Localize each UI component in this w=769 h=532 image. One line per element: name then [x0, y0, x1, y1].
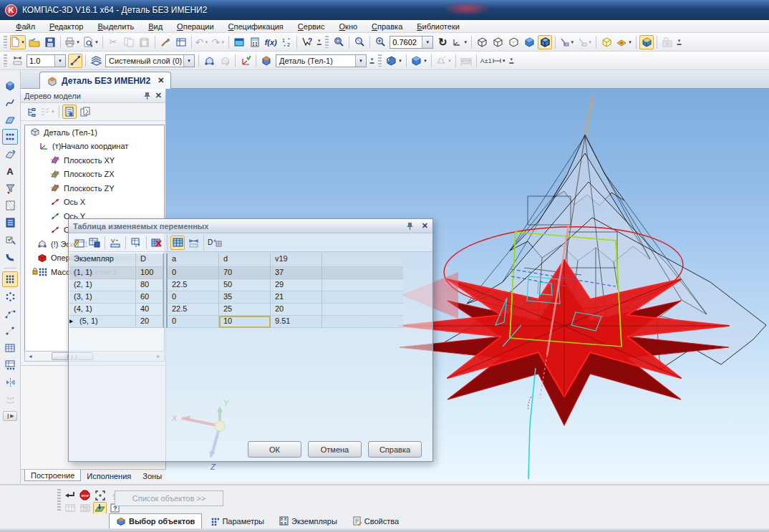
specification-button[interactable]	[174, 35, 188, 49]
show-placement-plane-button[interactable]	[93, 502, 107, 514]
tab-object-selection[interactable]: Выбор объектов	[109, 513, 202, 528]
open-document-button[interactable]	[27, 35, 42, 49]
toolbar-grip[interactable]	[378, 54, 382, 67]
tree-structure-button[interactable]	[24, 105, 39, 119]
table-save-to-file-button[interactable]	[87, 236, 102, 250]
selected-cell[interactable]: 10	[219, 316, 271, 328]
show-table-toggle[interactable]	[170, 236, 185, 250]
tree-item-axis-x[interactable]: Ось X	[25, 195, 164, 210]
snap-toggle-button[interactable]	[68, 54, 82, 68]
current-part-dropdown[interactable]: ▼	[355, 55, 366, 67]
sketch-edit-button[interactable]	[218, 54, 232, 68]
tree-item-part[interactable]: Деталь (Тел-1)	[25, 125, 164, 140]
menu-help[interactable]: Справка	[364, 21, 410, 32]
hidden-lines-thin-mode-button[interactable]	[506, 35, 521, 49]
copy-button[interactable]	[122, 35, 136, 49]
create-object-button[interactable]	[63, 489, 77, 501]
variables-list-button[interactable]: V	[108, 236, 122, 250]
orientation-button[interactable]: ▼	[451, 35, 468, 49]
filter-panel-button[interactable]	[2, 180, 18, 196]
frame-select-button[interactable]	[93, 489, 107, 501]
interrupt-command-button[interactable]: STOP	[78, 489, 92, 501]
dimension-display-button[interactable]	[459, 54, 473, 68]
machine-vision-button[interactable]	[660, 35, 674, 49]
document-tab[interactable]: Деталь БЕЗ ИМЕНИ2 ✕	[39, 72, 171, 89]
new-document-button[interactable]: ▼	[10, 35, 26, 49]
tab-parameters[interactable]: Параметры	[204, 513, 271, 528]
tab-versions[interactable]: Исполнения	[81, 470, 137, 481]
tree-item-plane-xy[interactable]: Плоскость XY	[25, 153, 164, 168]
shaded-edges-mode-button[interactable]	[538, 35, 552, 49]
menu-editor[interactable]: Редактор	[42, 21, 90, 32]
print-preview-button[interactable]: ▼	[82, 35, 100, 49]
dialog-title-bar[interactable]: Таблица изменяемых переменных ✕	[69, 219, 432, 233]
measure-panel-button[interactable]: A	[2, 163, 18, 179]
help-button[interactable]: Справка	[368, 441, 422, 458]
print-dropdown[interactable]: ▼	[76, 40, 80, 44]
zoom-scale-combo[interactable]: ▼	[390, 36, 433, 49]
tree-item-plane-zx[interactable]: Плоскость ZX	[25, 168, 164, 182]
tree-additional-window-button[interactable]	[78, 105, 92, 119]
sketch-button[interactable]	[202, 54, 216, 68]
menu-view[interactable]: Вид	[141, 21, 170, 32]
array-along-curve-button[interactable]	[2, 306, 18, 321]
undo-button[interactable]: ↶▼	[195, 35, 210, 49]
property-bar-grip[interactable]	[57, 489, 61, 511]
wireframe-mode-button[interactable]	[475, 35, 489, 49]
section-display-button[interactable]: ▼	[384, 54, 403, 68]
toolbar-grip[interactable]	[4, 36, 7, 48]
toolbar-overflow-button[interactable]: ▼▬	[369, 54, 375, 67]
toolbar-grip[interactable]	[4, 54, 7, 67]
zoom-scale-dropdown[interactable]: ▼	[422, 37, 432, 48]
menu-select[interactable]: Выделить	[90, 21, 141, 32]
mirror-body-button[interactable]	[2, 374, 18, 390]
tab-instances[interactable]: 8888 Экземпляры	[273, 513, 344, 528]
column-header-v19[interactable]: v19	[271, 253, 322, 267]
solid-display-dropdown[interactable]: ▼	[423, 59, 427, 63]
column-header-a[interactable]: a	[168, 253, 219, 267]
units-setup-button[interactable]: 12	[279, 35, 294, 49]
sheet-metal-panel-button[interactable]	[2, 249, 18, 265]
auxiliary-geometry-panel-button[interactable]	[2, 146, 18, 162]
simplification-button[interactable]: ▼	[558, 35, 575, 49]
print-button[interactable]: ▼	[64, 35, 81, 49]
column-header-instance[interactable]: Экземпляр	[69, 253, 136, 267]
parameters-table2-button[interactable]	[78, 502, 92, 514]
cancel-button[interactable]: Отмена	[308, 441, 362, 458]
zoom-in-button[interactable]	[373, 35, 387, 49]
zoom-select-button[interactable]	[352, 35, 367, 49]
scroll-left-arrow-icon[interactable]: ◄	[25, 352, 36, 361]
tree-composition-dropdown[interactable]: ▼	[51, 110, 55, 114]
array-panel-button[interactable]	[2, 129, 18, 145]
table-row-current[interactable]: ▶(5, 1) 20 0 10 9.51	[69, 316, 403, 328]
zoom-frame-button[interactable]	[332, 35, 346, 49]
parameters-table-button[interactable]	[63, 502, 77, 514]
menu-specification[interactable]: Спецификация	[221, 21, 291, 32]
solid-display-button[interactable]: ▼	[410, 54, 428, 68]
toolbar-overflow-button[interactable]: ▼▬	[508, 54, 515, 67]
placement-dropdown[interactable]: ▼	[448, 59, 452, 63]
copy-properties-button[interactable]	[158, 35, 173, 49]
section-view-dropdown[interactable]: ▼	[628, 40, 632, 44]
table-row[interactable]: (3, 1) 60 0 35 21	[69, 291, 403, 304]
cursor-step-dropdown[interactable]: ▼	[54, 55, 65, 67]
table-row[interactable]: (2, 1) 80 22.5 50 29	[69, 279, 403, 291]
cursor-step-input[interactable]	[27, 55, 54, 66]
menu-window[interactable]: Окно	[332, 21, 365, 32]
redo-button[interactable]: ↷▼	[211, 35, 226, 49]
object-list-button[interactable]: Список объектов >>	[115, 490, 223, 506]
array-by-grid-button[interactable]	[2, 271, 18, 287]
solids-panel-button[interactable]	[2, 77, 18, 93]
menu-libraries[interactable]: Библиотеки	[410, 21, 467, 32]
tree-composition-button[interactable]: ▼	[40, 105, 56, 119]
layer-dropdown[interactable]: ▼	[183, 55, 194, 67]
autodimension-dropdown[interactable]: ▼	[502, 59, 506, 63]
menu-operations[interactable]: Операции	[170, 21, 221, 32]
paste-button[interactable]	[137, 35, 152, 49]
cursor-step-combo[interactable]: ▼	[26, 54, 66, 67]
shaded-mode-button[interactable]	[522, 35, 536, 49]
3d-mouse-button[interactable]	[639, 35, 654, 49]
array-copy-button[interactable]	[2, 392, 18, 407]
array-table-button[interactable]	[2, 340, 18, 356]
create-instances-button[interactable]: D+	[207, 236, 223, 250]
